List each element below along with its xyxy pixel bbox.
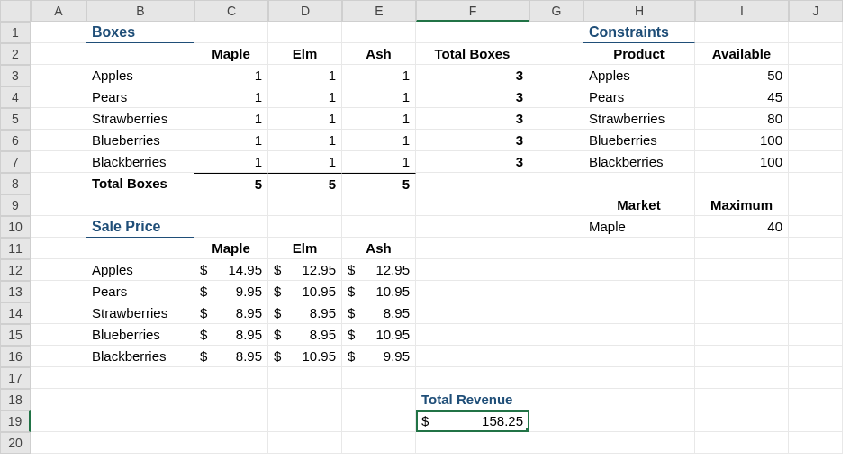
cell-H1[interactable]: Constraints [583,22,695,43]
cell-B14[interactable]: Strawberries [86,302,194,324]
cell-G17[interactable] [529,367,583,389]
cell-D4[interactable]: 1 [268,86,342,108]
cell-C20[interactable] [194,432,268,454]
cell-B13[interactable]: Pears [86,281,194,302]
cell-F14[interactable] [416,302,529,324]
cell-I14[interactable] [695,302,789,324]
cell-H12[interactable] [583,259,695,281]
cell-C18[interactable] [194,389,268,410]
cell-D17[interactable] [268,367,342,389]
cell-G4[interactable] [529,86,583,108]
cell-I10[interactable]: 40 [695,216,789,238]
cell-F5[interactable]: 3 [416,108,529,130]
cell-E18[interactable] [342,389,416,410]
cell-J13[interactable] [789,281,843,302]
cell-H2[interactable]: Product [583,43,695,65]
cell-J17[interactable] [789,367,843,389]
row-header-8[interactable]: 8 [0,173,31,194]
col-header-J[interactable]: J [789,0,843,22]
cell-F19[interactable]: $158.25 [416,410,529,432]
cell-E2[interactable]: Ash [342,43,416,65]
cell-G6[interactable] [529,130,583,151]
cell-J11[interactable] [789,238,843,259]
cell-I20[interactable] [695,432,789,454]
cell-F15[interactable] [416,324,529,346]
cell-J1[interactable] [789,22,843,43]
cell-H14[interactable] [583,302,695,324]
cell-F8[interactable] [416,173,529,194]
cell-F7[interactable]: 3 [416,151,529,173]
cell-H20[interactable] [583,432,695,454]
cell-J4[interactable] [789,86,843,108]
cell-C10[interactable] [194,216,268,238]
col-header-I[interactable]: I [695,0,789,22]
cell-H8[interactable] [583,173,695,194]
cell-J14[interactable] [789,302,843,324]
cell-J6[interactable] [789,130,843,151]
col-header-B[interactable]: B [86,0,194,22]
cell-C5[interactable]: 1 [194,108,268,130]
cell-E19[interactable] [342,410,416,432]
row-header-17[interactable]: 17 [0,367,31,389]
cell-E3[interactable]: 1 [342,65,416,86]
cell-A17[interactable] [31,367,86,389]
cell-D15[interactable]: $8.95 [268,324,342,346]
cell-D13[interactable]: $10.95 [268,281,342,302]
cell-D20[interactable] [268,432,342,454]
cell-G12[interactable] [529,259,583,281]
cell-C7[interactable]: 1 [194,151,268,173]
cell-F4[interactable]: 3 [416,86,529,108]
cell-D19[interactable] [268,410,342,432]
cell-A15[interactable] [31,324,86,346]
cell-D11[interactable]: Elm [268,238,342,259]
row-header-5[interactable]: 5 [0,108,31,130]
cell-E17[interactable] [342,367,416,389]
cell-I2[interactable]: Available [695,43,789,65]
cell-F1[interactable] [416,22,529,43]
cell-B2[interactable] [86,43,194,65]
cell-C14[interactable]: $8.95 [194,302,268,324]
cell-A13[interactable] [31,281,86,302]
row-header-19[interactable]: 19 [0,410,31,432]
cell-J15[interactable] [789,324,843,346]
cell-H19[interactable] [583,410,695,432]
cell-H6[interactable]: Blueberries [583,130,695,151]
cell-C19[interactable] [194,410,268,432]
cell-B11[interactable] [86,238,194,259]
cell-J12[interactable] [789,259,843,281]
row-header-12[interactable]: 12 [0,259,31,281]
col-header-E[interactable]: E [342,0,416,22]
cell-G13[interactable] [529,281,583,302]
cell-D10[interactable] [268,216,342,238]
cell-J8[interactable] [789,173,843,194]
cell-B17[interactable] [86,367,194,389]
cell-G20[interactable] [529,432,583,454]
row-header-20[interactable]: 20 [0,432,31,454]
cell-A16[interactable] [31,346,86,367]
cell-G14[interactable] [529,302,583,324]
cell-A8[interactable] [31,173,86,194]
cell-J20[interactable] [789,432,843,454]
cell-G16[interactable] [529,346,583,367]
cell-J10[interactable] [789,216,843,238]
cell-A2[interactable] [31,43,86,65]
cell-A7[interactable] [31,151,86,173]
cell-I18[interactable] [695,389,789,410]
cell-B7[interactable]: Blackberries [86,151,194,173]
cell-J18[interactable] [789,389,843,410]
cell-C2[interactable]: Maple [194,43,268,65]
cell-D6[interactable]: 1 [268,130,342,151]
cell-A6[interactable] [31,130,86,151]
cell-H11[interactable] [583,238,695,259]
cell-I6[interactable]: 100 [695,130,789,151]
cell-B15[interactable]: Blueberries [86,324,194,346]
cell-B10[interactable]: Sale Price [86,216,194,238]
col-header-G[interactable]: G [529,0,583,22]
cell-B6[interactable]: Blueberries [86,130,194,151]
cell-H17[interactable] [583,367,695,389]
row-header-2[interactable]: 2 [0,43,31,65]
cell-D3[interactable]: 1 [268,65,342,86]
cell-G3[interactable] [529,65,583,86]
cell-F11[interactable] [416,238,529,259]
cell-F6[interactable]: 3 [416,130,529,151]
